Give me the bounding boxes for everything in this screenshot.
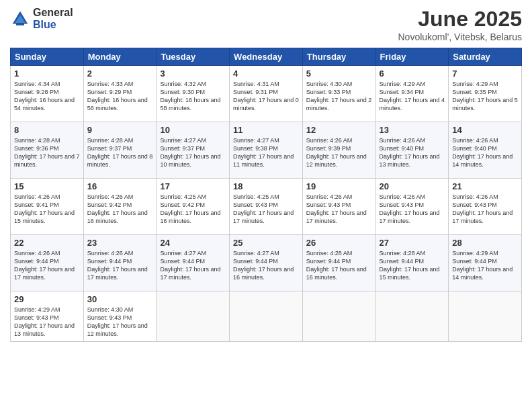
day-info: Sunrise: 4:28 AMSunset: 9:37 PMDaylight:… bbox=[87, 136, 153, 169]
calendar-title: June 2025 bbox=[398, 7, 523, 32]
day-number: 8 bbox=[14, 125, 80, 135]
table-row bbox=[302, 291, 375, 342]
table-row: 27Sunrise: 4:28 AMSunset: 9:44 PMDayligh… bbox=[375, 235, 449, 291]
day-info: Sunrise: 4:29 AMSunset: 9:34 PMDaylight:… bbox=[380, 80, 445, 113]
table-row bbox=[157, 291, 230, 342]
day-number: 25 bbox=[233, 238, 299, 248]
logo-text: General Blue bbox=[33, 7, 73, 30]
logo-icon bbox=[10, 9, 30, 29]
day-number: 16 bbox=[87, 181, 153, 191]
table-row: 3Sunrise: 4:32 AMSunset: 9:30 PMDaylight… bbox=[157, 66, 230, 122]
day-info: Sunrise: 4:26 AMSunset: 9:44 PMDaylight:… bbox=[14, 249, 80, 282]
col-sunday: Sunday bbox=[11, 48, 84, 66]
day-info: Sunrise: 4:25 AMSunset: 9:42 PMDaylight:… bbox=[160, 193, 226, 226]
calendar-header-row: Sunday Monday Tuesday Wednesday Thursday… bbox=[11, 48, 522, 66]
day-number: 24 bbox=[160, 238, 226, 248]
table-row: 12Sunrise: 4:26 AMSunset: 9:39 PMDayligh… bbox=[302, 122, 375, 179]
logo-blue: Blue bbox=[33, 19, 73, 31]
day-info: Sunrise: 4:26 AMSunset: 9:42 PMDaylight:… bbox=[87, 193, 153, 226]
table-row: 24Sunrise: 4:27 AMSunset: 9:44 PMDayligh… bbox=[157, 235, 230, 291]
day-info: Sunrise: 4:28 AMSunset: 9:36 PMDaylight:… bbox=[14, 136, 80, 169]
day-info: Sunrise: 4:26 AMSunset: 9:43 PMDaylight:… bbox=[306, 193, 372, 226]
day-info: Sunrise: 4:26 AMSunset: 9:41 PMDaylight:… bbox=[14, 193, 80, 226]
table-row: 25Sunrise: 4:27 AMSunset: 9:44 PMDayligh… bbox=[230, 235, 303, 291]
table-row: 19Sunrise: 4:26 AMSunset: 9:43 PMDayligh… bbox=[302, 179, 375, 235]
table-row: 28Sunrise: 4:29 AMSunset: 9:44 PMDayligh… bbox=[449, 235, 522, 291]
col-monday: Monday bbox=[83, 48, 157, 66]
table-row: 5Sunrise: 4:30 AMSunset: 9:33 PMDaylight… bbox=[302, 66, 375, 122]
day-info: Sunrise: 4:26 AMSunset: 9:43 PMDaylight:… bbox=[380, 193, 445, 226]
day-number: 29 bbox=[14, 294, 80, 304]
table-row: 9Sunrise: 4:28 AMSunset: 9:37 PMDaylight… bbox=[83, 122, 157, 179]
page: General Blue June 2025 Novolukoml', Vite… bbox=[0, 0, 532, 411]
day-info: Sunrise: 4:26 AMSunset: 9:39 PMDaylight:… bbox=[306, 136, 372, 169]
day-info: Sunrise: 4:32 AMSunset: 9:30 PMDaylight:… bbox=[160, 80, 226, 113]
day-number: 19 bbox=[306, 181, 372, 191]
table-row: 10Sunrise: 4:27 AMSunset: 9:37 PMDayligh… bbox=[157, 122, 230, 179]
table-row: 29Sunrise: 4:29 AMSunset: 9:43 PMDayligh… bbox=[11, 291, 84, 342]
day-number: 27 bbox=[380, 238, 445, 248]
day-info: Sunrise: 4:29 AMSunset: 9:44 PMDaylight:… bbox=[452, 249, 518, 282]
logo-general: General bbox=[33, 7, 73, 19]
day-info: Sunrise: 4:30 AMSunset: 9:33 PMDaylight:… bbox=[306, 80, 372, 113]
day-number: 3 bbox=[160, 68, 226, 79]
day-info: Sunrise: 4:29 AMSunset: 9:35 PMDaylight:… bbox=[452, 80, 518, 113]
day-number: 10 bbox=[160, 125, 226, 135]
day-number: 14 bbox=[452, 125, 518, 135]
table-row: 15Sunrise: 4:26 AMSunset: 9:41 PMDayligh… bbox=[11, 179, 84, 235]
day-number: 20 bbox=[380, 181, 445, 191]
col-wednesday: Wednesday bbox=[230, 48, 303, 66]
day-info: Sunrise: 4:27 AMSunset: 9:44 PMDaylight:… bbox=[233, 249, 299, 282]
day-info: Sunrise: 4:26 AMSunset: 9:44 PMDaylight:… bbox=[87, 249, 153, 282]
table-row: 16Sunrise: 4:26 AMSunset: 9:42 PMDayligh… bbox=[83, 179, 157, 235]
day-number: 21 bbox=[452, 181, 518, 191]
day-info: Sunrise: 4:33 AMSunset: 9:29 PMDaylight:… bbox=[87, 80, 153, 113]
day-number: 6 bbox=[380, 68, 445, 79]
day-info: Sunrise: 4:27 AMSunset: 9:38 PMDaylight:… bbox=[233, 136, 299, 169]
svg-rect-2 bbox=[16, 23, 24, 26]
table-row: 23Sunrise: 4:26 AMSunset: 9:44 PMDayligh… bbox=[83, 235, 157, 291]
day-number: 9 bbox=[87, 125, 153, 135]
day-number: 7 bbox=[452, 68, 518, 79]
day-number: 15 bbox=[14, 181, 80, 191]
title-block: June 2025 Novolukoml', Vitebsk, Belarus bbox=[398, 7, 523, 42]
day-info: Sunrise: 4:26 AMSunset: 9:43 PMDaylight:… bbox=[452, 193, 518, 226]
table-row: 17Sunrise: 4:25 AMSunset: 9:42 PMDayligh… bbox=[157, 179, 230, 235]
day-info: Sunrise: 4:29 AMSunset: 9:43 PMDaylight:… bbox=[14, 306, 80, 338]
col-saturday: Saturday bbox=[449, 48, 522, 66]
day-info: Sunrise: 4:28 AMSunset: 9:44 PMDaylight:… bbox=[380, 249, 445, 282]
table-row: 1Sunrise: 4:34 AMSunset: 9:28 PMDaylight… bbox=[11, 66, 84, 122]
header: General Blue June 2025 Novolukoml', Vite… bbox=[10, 7, 522, 42]
day-info: Sunrise: 4:26 AMSunset: 9:40 PMDaylight:… bbox=[380, 136, 445, 169]
day-number: 18 bbox=[233, 181, 299, 191]
day-info: Sunrise: 4:28 AMSunset: 9:44 PMDaylight:… bbox=[306, 249, 372, 282]
day-number: 12 bbox=[306, 125, 372, 135]
day-info: Sunrise: 4:27 AMSunset: 9:44 PMDaylight:… bbox=[160, 249, 226, 282]
table-row: 7Sunrise: 4:29 AMSunset: 9:35 PMDaylight… bbox=[449, 66, 522, 122]
day-number: 1 bbox=[14, 68, 80, 79]
table-row: 20Sunrise: 4:26 AMSunset: 9:43 PMDayligh… bbox=[375, 179, 449, 235]
table-row: 13Sunrise: 4:26 AMSunset: 9:40 PMDayligh… bbox=[375, 122, 449, 179]
table-row: 2Sunrise: 4:33 AMSunset: 9:29 PMDaylight… bbox=[83, 66, 157, 122]
table-row: 4Sunrise: 4:31 AMSunset: 9:31 PMDaylight… bbox=[230, 66, 303, 122]
day-info: Sunrise: 4:31 AMSunset: 9:31 PMDaylight:… bbox=[233, 80, 299, 113]
day-number: 5 bbox=[306, 68, 372, 79]
table-row: 22Sunrise: 4:26 AMSunset: 9:44 PMDayligh… bbox=[11, 235, 84, 291]
day-number: 28 bbox=[452, 238, 518, 248]
day-info: Sunrise: 4:27 AMSunset: 9:37 PMDaylight:… bbox=[160, 136, 226, 169]
day-number: 2 bbox=[87, 68, 153, 79]
day-number: 17 bbox=[160, 181, 226, 191]
col-tuesday: Tuesday bbox=[157, 48, 230, 66]
table-row: 26Sunrise: 4:28 AMSunset: 9:44 PMDayligh… bbox=[302, 235, 375, 291]
col-thursday: Thursday bbox=[302, 48, 375, 66]
day-info: Sunrise: 4:25 AMSunset: 9:43 PMDaylight:… bbox=[233, 193, 299, 226]
day-number: 30 bbox=[87, 294, 153, 304]
table-row: 30Sunrise: 4:30 AMSunset: 9:43 PMDayligh… bbox=[83, 291, 157, 342]
day-number: 23 bbox=[87, 238, 153, 248]
calendar-table: Sunday Monday Tuesday Wednesday Thursday… bbox=[10, 48, 522, 342]
calendar-subtitle: Novolukoml', Vitebsk, Belarus bbox=[398, 32, 523, 42]
table-row: 6Sunrise: 4:29 AMSunset: 9:34 PMDaylight… bbox=[375, 66, 449, 122]
table-row: 11Sunrise: 4:27 AMSunset: 9:38 PMDayligh… bbox=[230, 122, 303, 179]
day-info: Sunrise: 4:30 AMSunset: 9:43 PMDaylight:… bbox=[87, 306, 153, 338]
table-row: 14Sunrise: 4:26 AMSunset: 9:40 PMDayligh… bbox=[449, 122, 522, 179]
